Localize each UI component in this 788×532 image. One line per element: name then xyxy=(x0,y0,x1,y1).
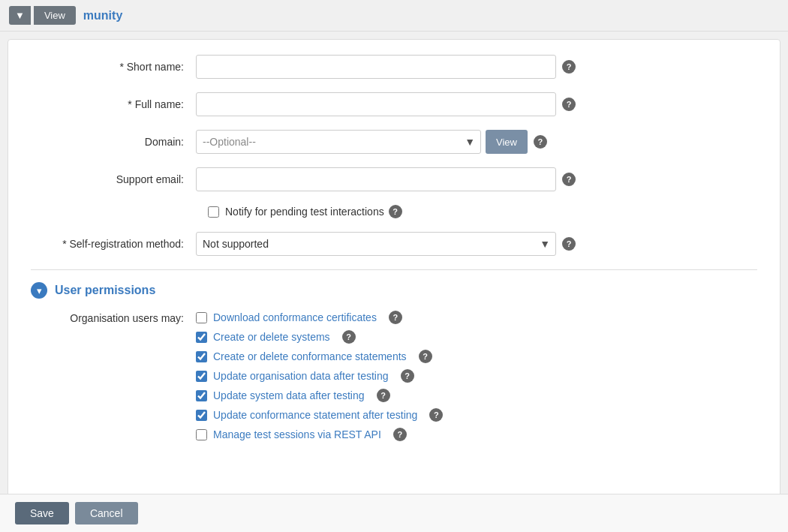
permissions-row: Organisation users may: Download conform… xyxy=(31,311,757,441)
perm-text-4: Update system data after testing xyxy=(213,389,365,401)
domain-select-wrap: --Optional-- ▼ xyxy=(196,130,481,154)
section-divider xyxy=(31,269,757,270)
support-email-help-icon[interactable]: ? xyxy=(562,173,576,186)
self-reg-select-wrap: Not supported ▼ xyxy=(196,232,556,256)
notify-checkbox[interactable] xyxy=(208,206,219,218)
main-container: * Short name: ? * Full name: ? Domain: -… xyxy=(8,39,780,509)
org-users-label: Organisation users may: xyxy=(31,311,196,324)
perm-option-0: Download conformance certificates ? xyxy=(196,311,443,324)
support-email-input[interactable] xyxy=(196,167,556,191)
domain-row: Domain: --Optional-- ▼ View ? xyxy=(31,130,757,154)
full-name-row: * Full name: ? xyxy=(31,92,757,116)
perm-text-1: Create or delete systems xyxy=(213,331,330,343)
support-email-label: Support email: xyxy=(31,173,196,185)
perm-option-5: Update conformance statement after testi… xyxy=(196,408,443,422)
perm-checkbox-4[interactable] xyxy=(196,390,207,401)
domain-view-button[interactable]: View xyxy=(486,130,528,154)
perm-checkbox-0[interactable] xyxy=(196,312,207,323)
full-name-help-icon[interactable]: ? xyxy=(562,98,576,111)
domain-help-icon[interactable]: ? xyxy=(534,135,547,149)
perm-text-6: Manage test sessions via REST API xyxy=(213,428,381,440)
perm-help-icon-0[interactable]: ? xyxy=(389,311,402,324)
section-title: User permissions xyxy=(55,284,155,297)
notify-label: Notify for pending test interactions xyxy=(225,206,384,218)
domain-label: Domain: xyxy=(31,136,196,148)
perm-option-4: Update system data after testing ? xyxy=(196,389,443,402)
short-name-row: * Short name: ? xyxy=(31,55,757,79)
perm-help-icon-6[interactable]: ? xyxy=(393,428,407,441)
perm-checkbox-5[interactable] xyxy=(196,410,207,421)
perm-help-icon-2[interactable]: ? xyxy=(419,350,432,363)
perm-help-icon-3[interactable]: ? xyxy=(401,369,414,383)
full-name-label: * Full name: xyxy=(31,98,196,110)
perm-checkbox-2[interactable] xyxy=(196,351,207,362)
save-button[interactable]: Save xyxy=(15,502,69,517)
dropdown-button[interactable]: ▼ xyxy=(9,6,31,25)
perm-checkbox-1[interactable] xyxy=(196,332,207,343)
cancel-button[interactable]: Cancel xyxy=(75,502,138,517)
self-reg-help-icon[interactable]: ? xyxy=(562,237,576,251)
self-reg-select[interactable]: Not supported xyxy=(196,232,556,256)
perm-help-icon-5[interactable]: ? xyxy=(429,408,443,422)
short-name-help-icon[interactable]: ? xyxy=(562,60,576,74)
view-button-top[interactable]: View xyxy=(34,6,76,25)
domain-select[interactable]: --Optional-- xyxy=(196,130,481,154)
perm-text-3: Update organisation data after testing xyxy=(213,370,389,382)
perm-checkbox-3[interactable] xyxy=(196,371,207,382)
perm-help-icon-1[interactable]: ? xyxy=(342,330,356,344)
full-name-input[interactable] xyxy=(196,92,556,116)
perm-help-icon-4[interactable]: ? xyxy=(377,389,390,402)
short-name-input[interactable] xyxy=(196,55,556,79)
community-label: munity xyxy=(83,9,122,23)
self-reg-label: * Self-registration method: xyxy=(31,238,196,250)
section-toggle-icon[interactable]: ▾ xyxy=(31,282,47,299)
perm-option-6: Manage test sessions via REST API ? xyxy=(196,428,443,441)
short-name-label: * Short name: xyxy=(31,61,196,73)
self-reg-row: * Self-registration method: Not supporte… xyxy=(31,232,757,256)
perm-text-0: Download conformance certificates xyxy=(213,311,377,323)
user-permissions-header: ▾ User permissions xyxy=(31,282,757,299)
permissions-section: Organisation users may: Download conform… xyxy=(31,311,757,441)
perm-text-2: Create or delete conformance statements xyxy=(213,350,407,362)
domain-controls: --Optional-- ▼ View xyxy=(196,130,528,154)
perm-options: Download conformance certificates ? Crea… xyxy=(196,311,443,441)
perm-text-5: Update conformance statement after testi… xyxy=(213,409,417,421)
perm-option-1: Create or delete systems ? xyxy=(196,330,443,344)
perm-option-2: Create or delete conformance statements … xyxy=(196,350,443,363)
perm-checkbox-6[interactable] xyxy=(196,429,207,440)
top-bar: ▼ View munity xyxy=(0,0,788,32)
support-email-row: Support email: ? xyxy=(31,167,757,191)
perm-option-3: Update organisation data after testing ? xyxy=(196,369,443,383)
notify-row: Notify for pending test interactions ? xyxy=(208,205,757,218)
footer-bar: Save Cancel xyxy=(0,494,788,517)
notify-help-icon[interactable]: ? xyxy=(389,205,402,218)
